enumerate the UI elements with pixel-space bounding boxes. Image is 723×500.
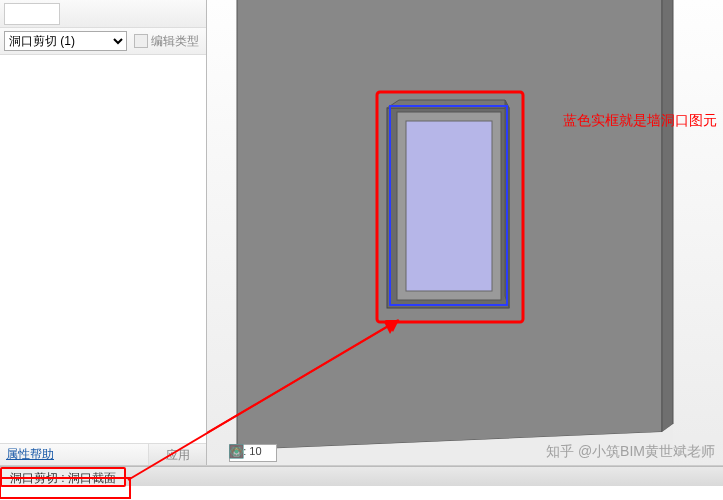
type-preview-thumbnail — [4, 3, 60, 25]
type-selector-dropdown[interactable]: 洞口剪切 (1) — [4, 31, 127, 51]
main-area: 洞口剪切 (1) 编辑类型 属性帮助 应用 — [0, 0, 723, 466]
status-selection-info: 洞口剪切 : 洞口截面 — [1, 468, 125, 486]
apply-button[interactable]: 应用 — [148, 444, 206, 465]
detail-level-icon[interactable] — [281, 445, 298, 462]
properties-footer: 属性帮助 应用 — [0, 443, 206, 465]
annotation-text: 蓝色实框就是墙洞口图元 — [563, 112, 717, 130]
lock-view-icon[interactable] — [428, 445, 445, 462]
shadows-icon[interactable] — [344, 445, 361, 462]
view-control-bar: 1 : 10 — [229, 444, 487, 462]
properties-help-link[interactable]: 属性帮助 — [0, 446, 148, 463]
edit-type-label: 编辑类型 — [151, 33, 199, 50]
properties-preview-row — [0, 0, 206, 28]
visual-style-icon[interactable] — [302, 445, 319, 462]
crop-visible-icon[interactable] — [407, 445, 424, 462]
rendering-icon[interactable] — [365, 445, 382, 462]
crop-view-icon[interactable] — [386, 445, 403, 462]
reveal-hidden-icon[interactable] — [470, 445, 487, 462]
properties-panel: 洞口剪切 (1) 编辑类型 属性帮助 应用 — [0, 0, 207, 465]
window-glass — [406, 121, 492, 291]
edit-type-button[interactable]: 编辑类型 — [131, 33, 202, 50]
edit-type-icon — [134, 34, 148, 48]
svg-rect-12 — [231, 448, 242, 455]
status-bar: 洞口剪切 : 洞口截面 — [0, 466, 723, 486]
model-canvas — [207, 0, 723, 465]
temp-hide-icon[interactable] — [449, 445, 466, 462]
wall-side — [662, 0, 673, 432]
viewport-3d[interactable]: 蓝色实框就是墙洞口图元 1 : 10 — [207, 0, 723, 465]
watermark-text: 知乎 @小筑BIM黄世斌老师 — [546, 443, 715, 461]
sun-path-icon[interactable] — [323, 445, 340, 462]
type-selector-row: 洞口剪切 (1) 编辑类型 — [0, 28, 206, 55]
properties-body — [0, 55, 206, 443]
